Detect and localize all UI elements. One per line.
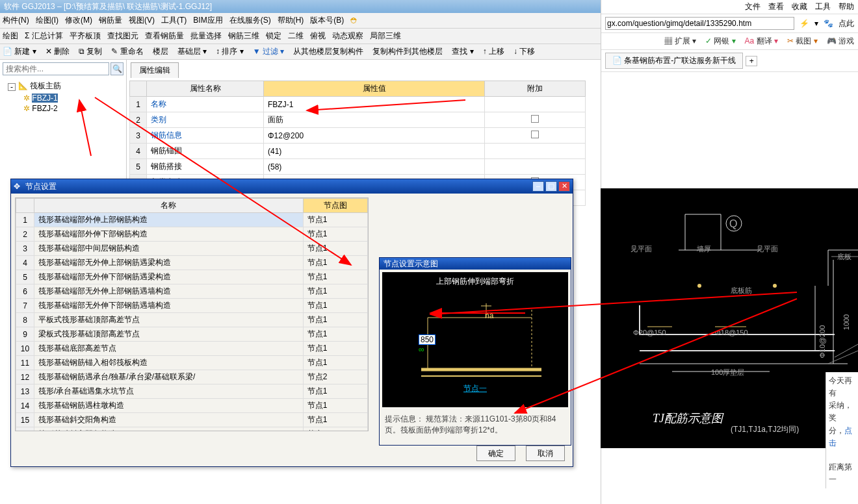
tree-item-fbzj2[interactable]: ✲ FBZJ-2 bbox=[22, 103, 124, 114]
menu-draw[interactable]: 绘图(I) bbox=[36, 15, 58, 26]
node-row[interactable]: 4筏形基础端部无外伸上部钢筋遇梁构造节点1 bbox=[16, 256, 368, 270]
preview-title: 节点设置示意图 bbox=[380, 258, 571, 270]
tb2-copy-to[interactable]: 复制构件到其他楼层 bbox=[372, 46, 443, 57]
bmenu-help[interactable]: 帮助 bbox=[838, 1, 854, 12]
col-node-name: 名称 bbox=[34, 199, 304, 213]
node-row[interactable]: 6筏形基础端部无外伸上部钢筋遇墙构造节点1 bbox=[16, 284, 368, 299]
tb1-top-view[interactable]: 俯视 bbox=[310, 31, 326, 42]
preview-node-link[interactable]: 节点一 bbox=[382, 383, 568, 394]
dropdown-icon[interactable]: ▾ bbox=[814, 19, 818, 28]
tab-property-edit[interactable]: 属性编辑 bbox=[131, 62, 179, 78]
preview-canvas: 上部钢筋伸到端部弯折 850 ∞ ha 节点一 bbox=[382, 272, 568, 407]
menu-rebar[interactable]: 钢筋量 bbox=[99, 15, 122, 26]
node-row[interactable]: 9梁板式筏形基础顶部高差节点节点1 bbox=[16, 327, 368, 342]
node-row[interactable]: 16筏形基础斜交阴角构造节点1 bbox=[16, 427, 368, 432]
node-row[interactable]: 15筏形基础斜交阳角构造节点1 bbox=[16, 413, 368, 427]
paw-icon[interactable]: 🐾 bbox=[824, 19, 833, 28]
cancel-button[interactable]: 取消 bbox=[526, 446, 565, 461]
node-row[interactable]: 10筏形基础底部高差节点节点1 bbox=[16, 342, 368, 356]
menu-tools[interactable]: 工具(T) bbox=[161, 15, 187, 26]
bmenu-fav[interactable]: 收藏 bbox=[792, 1, 807, 12]
minimize-button[interactable]: – bbox=[532, 181, 544, 192]
lightning-icon[interactable]: ⚡ bbox=[800, 19, 809, 28]
ext-bank[interactable]: ✓ 网银 ▾ bbox=[705, 36, 736, 47]
node-row[interactable]: 2筏形基础端部外伸下部钢筋构造节点1 bbox=[16, 227, 368, 242]
tb1-orbit[interactable]: 动态观察 bbox=[332, 31, 363, 42]
tb1-flat-top[interactable]: 平齐板顶 bbox=[70, 31, 101, 42]
tb1-rebar3d[interactable]: 钢筋三维 bbox=[228, 31, 259, 42]
tb2-delete[interactable]: ✕ 删除 bbox=[46, 46, 70, 57]
ext-grid-icon[interactable]: ▦ 扩展 ▾ bbox=[664, 36, 696, 47]
bmenu-file[interactable]: 文件 bbox=[745, 1, 760, 12]
tb2-floor-select[interactable]: 基础层 ▾ bbox=[177, 46, 207, 57]
tb2-moveup[interactable]: ↑ 上移 bbox=[483, 46, 504, 57]
move-icon: ✥ bbox=[14, 182, 20, 191]
cad-lbl-b: 墙厚 bbox=[697, 244, 711, 254]
property-row[interactable]: 1名称FBZJ-1 bbox=[130, 97, 586, 112]
tb2-find[interactable]: 查找 ▾ bbox=[452, 46, 473, 57]
node-row[interactable]: 3筏形基础端部中间层钢筋构造节点1 bbox=[16, 242, 368, 256]
node-row[interactable]: 12筏形基础钢筋遇承台/独基/承台梁/基础联系梁/节点2 bbox=[16, 370, 368, 384]
node-row[interactable]: 11筏形基础钢筋锚入相邻筏板构造节点1 bbox=[16, 356, 368, 370]
col-node-diagram: 节点图 bbox=[303, 199, 367, 213]
tb2-new[interactable]: 📄 新建 ▾ bbox=[3, 46, 36, 57]
tb1-sum[interactable]: Σ 汇总计算 bbox=[25, 31, 63, 42]
tree-item-fbzj1[interactable]: ✲ FBZJ-1 bbox=[22, 93, 124, 103]
tb2-copy-from[interactable]: 从其他楼层复制构件 bbox=[293, 46, 363, 57]
search-input[interactable] bbox=[3, 62, 109, 75]
menu-view[interactable]: 视图(V) bbox=[129, 15, 155, 26]
preview-value-input[interactable]: 850 bbox=[419, 334, 436, 345]
tb1-lock[interactable]: 锁定 bbox=[266, 31, 281, 42]
node-row[interactable]: 1筏形基础端部外伸上部钢筋构造节点1 bbox=[16, 213, 368, 227]
ext-game[interactable]: 🎮 游戏 bbox=[827, 36, 854, 47]
bmenu-tool[interactable]: 工具 bbox=[815, 1, 831, 12]
menu-component[interactable]: 构件(N) bbox=[3, 15, 29, 26]
tb2-floor-label: 楼层 bbox=[153, 46, 168, 57]
property-row[interactable]: 4钢筋锚固(41) bbox=[130, 144, 586, 159]
ext-translate[interactable]: Aa 翻译 ▾ bbox=[745, 36, 778, 47]
preview-ha-label: ha bbox=[485, 311, 493, 320]
tb1-rebar-qty[interactable]: 查看钢筋量 bbox=[145, 31, 184, 42]
tb1-draw[interactable]: 绘图 bbox=[3, 31, 18, 42]
tb2-rename[interactable]: ✎ 重命名 bbox=[111, 46, 143, 57]
float-promo: 今天再有 采纳，奖 分，点击 距离第一 bbox=[826, 372, 858, 488]
property-row[interactable]: 5钢筋搭接(58) bbox=[130, 159, 586, 175]
tb1-find[interactable]: 查找图元 bbox=[107, 31, 138, 42]
node-table: 名称 节点图 1筏形基础端部外伸上部钢筋构造节点12筏形基础端部外伸下部钢筋构造… bbox=[16, 198, 368, 431]
tree-root[interactable]: -📐 筏板主筋 bbox=[6, 79, 124, 93]
tb1-local3d[interactable]: 局部三维 bbox=[370, 31, 401, 42]
tb1-batch-select[interactable]: 批量选择 bbox=[190, 31, 222, 42]
tb2-copy[interactable]: ⧉ 复制 bbox=[79, 46, 102, 57]
menu-bim[interactable]: BIM应用 bbox=[193, 15, 222, 26]
node-row[interactable]: 8平板式筏形基础顶部高差节点节点1 bbox=[16, 313, 368, 327]
new-tab-button[interactable]: + bbox=[746, 56, 757, 66]
tb1-2d[interactable]: 二维 bbox=[288, 31, 304, 42]
node-row[interactable]: 14筏形基础钢筋遇柱墩构造节点1 bbox=[16, 399, 368, 413]
address-bar[interactable] bbox=[605, 17, 794, 30]
cad-lbl-f: 100厚垫层 bbox=[711, 368, 744, 377]
menu-modify[interactable]: 修改(M) bbox=[65, 15, 92, 26]
ok-button[interactable]: 确定 bbox=[476, 446, 515, 461]
node-row[interactable]: 13筏形/承台基础遇集水坑节点节点1 bbox=[16, 384, 368, 399]
bmenu-view[interactable]: 查看 bbox=[768, 1, 784, 12]
property-row[interactable]: 3钢筋信息Φ12@200 bbox=[130, 128, 586, 144]
ext-snap[interactable]: ✂ 截图 ▾ bbox=[787, 36, 818, 47]
tb2-filter[interactable]: ▼ 过滤 ▾ bbox=[253, 46, 285, 57]
close-button[interactable]: ✕ bbox=[558, 181, 570, 192]
search-button[interactable]: 🔍 bbox=[110, 62, 124, 75]
tb2-movedown[interactable]: ↓ 下移 bbox=[514, 46, 535, 57]
node-row[interactable]: 5筏形基础端部无外伸下部钢筋遇梁构造节点1 bbox=[16, 270, 368, 284]
tb2-sort[interactable]: ↕ 排序 ▾ bbox=[216, 46, 244, 57]
menu-version[interactable]: 版本号(B) bbox=[310, 15, 344, 26]
menu-help[interactable]: 帮助(H) bbox=[278, 15, 304, 26]
cad-title: TJ配筋示意图 bbox=[653, 410, 723, 426]
browser-tab[interactable]: 📄 条基钢筋布置-广联达服务新干线 bbox=[605, 53, 743, 69]
star-label[interactable]: 点此 bbox=[838, 18, 854, 29]
svg-point-16 bbox=[773, 284, 777, 288]
property-row[interactable]: 2类别面筋 bbox=[130, 112, 586, 128]
node-row[interactable]: 7筏形基础端部无外伸下部钢筋遇墙构造节点1 bbox=[16, 299, 368, 313]
menu-online[interactable]: 在线服务(S) bbox=[229, 15, 271, 26]
maximize-button[interactable]: ▢ bbox=[545, 181, 557, 192]
svg-point-15 bbox=[697, 284, 701, 288]
search-icon: 🔍 bbox=[112, 64, 122, 73]
